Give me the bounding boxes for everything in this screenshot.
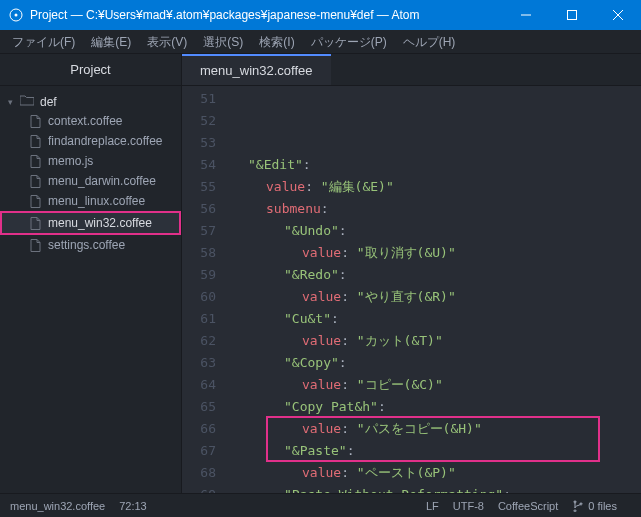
- file-context-coffee[interactable]: context.coffee: [0, 111, 181, 131]
- git-files-label: 0 files: [588, 500, 617, 512]
- line-number: 67: [182, 440, 216, 462]
- menu-item-2[interactable]: 表示(V): [139, 30, 195, 54]
- line-number: 62: [182, 330, 216, 352]
- code-line[interactable]: "Cu&t":: [230, 308, 641, 330]
- file-settings-coffee[interactable]: settings.coffee: [0, 235, 181, 255]
- menu-item-6[interactable]: ヘルプ(H): [395, 30, 464, 54]
- file-findandreplace-coffee[interactable]: findandreplace.coffee: [0, 131, 181, 151]
- code-line[interactable]: value: "取り消す(&U)": [230, 242, 641, 264]
- file-label: menu_win32.coffee: [48, 216, 152, 230]
- folder-label: def: [40, 95, 57, 109]
- file-label: menu_linux.coffee: [48, 194, 145, 208]
- project-sidebar: Project ▾ def context.coffeefindandrepla…: [0, 54, 182, 493]
- menu-item-4[interactable]: 検索(I): [251, 30, 302, 54]
- status-line-ending[interactable]: LF: [426, 500, 439, 512]
- code-line[interactable]: value: "やり直す(&R)": [230, 286, 641, 308]
- chevron-down-icon: ▾: [8, 97, 18, 107]
- code-line[interactable]: "Paste Without Reformatting":: [230, 484, 641, 493]
- close-button[interactable]: [595, 0, 641, 30]
- file-label: menu_darwin.coffee: [48, 174, 156, 188]
- file-label: context.coffee: [48, 114, 123, 128]
- line-number: 57: [182, 220, 216, 242]
- titlebar: Project — C:¥Users¥mad¥.atom¥packages¥ja…: [0, 0, 641, 30]
- file-icon: [30, 135, 42, 148]
- code-line[interactable]: value: "カット(&T)": [230, 330, 641, 352]
- line-number: 53: [182, 132, 216, 154]
- line-number: 58: [182, 242, 216, 264]
- line-number: 52: [182, 110, 216, 132]
- code-line[interactable]: value: "ペースト(&P)": [230, 462, 641, 484]
- file-tree: ▾ def context.coffeefindandreplace.coffe…: [0, 86, 181, 255]
- status-encoding[interactable]: UTF-8: [453, 500, 484, 512]
- file-menu_darwin-coffee[interactable]: menu_darwin.coffee: [0, 171, 181, 191]
- line-number: 55: [182, 176, 216, 198]
- tab-bar: menu_win32.coffee: [182, 54, 641, 86]
- maximize-button[interactable]: [549, 0, 595, 30]
- line-gutter: 51525354555657585960616263646566676869: [182, 86, 230, 493]
- file-label: settings.coffee: [48, 238, 125, 252]
- line-number: 69: [182, 484, 216, 493]
- code-line[interactable]: "&Edit":: [230, 154, 641, 176]
- line-number: 54: [182, 154, 216, 176]
- tab-label: menu_win32.coffee: [200, 63, 313, 78]
- window-title: Project — C:¥Users¥mad¥.atom¥packages¥ja…: [30, 8, 503, 22]
- line-number: 65: [182, 396, 216, 418]
- line-number: 51: [182, 88, 216, 110]
- file-label: memo.js: [48, 154, 93, 168]
- menu-item-0[interactable]: ファイル(F): [4, 30, 83, 54]
- file-icon: [30, 239, 42, 252]
- status-cursor-pos[interactable]: 72:13: [119, 500, 147, 512]
- line-number: 56: [182, 198, 216, 220]
- file-menu_win32-coffee[interactable]: menu_win32.coffee: [0, 211, 181, 235]
- line-number: 60: [182, 286, 216, 308]
- file-menu_linux-coffee[interactable]: menu_linux.coffee: [0, 191, 181, 211]
- code-line[interactable]: "&Redo":: [230, 264, 641, 286]
- editor-pane: menu_win32.coffee 5152535455565758596061…: [182, 54, 641, 493]
- code-line[interactable]: "&Undo":: [230, 220, 641, 242]
- atom-app-icon: [8, 7, 24, 23]
- line-number: 59: [182, 264, 216, 286]
- menubar: ファイル(F)編集(E)表示(V)選択(S)検索(I)パッケージ(P)ヘルプ(H…: [0, 30, 641, 54]
- line-number: 66: [182, 418, 216, 440]
- file-icon: [30, 195, 42, 208]
- code-area[interactable]: 51525354555657585960616263646566676869 "…: [182, 86, 641, 493]
- folder-icon: [20, 94, 34, 109]
- code-line[interactable]: value: "編集(&E)": [230, 176, 641, 198]
- menu-item-3[interactable]: 選択(S): [195, 30, 251, 54]
- menu-item-1[interactable]: 編集(E): [83, 30, 139, 54]
- code-line[interactable]: "Copy Pat&h":: [230, 396, 641, 418]
- code-line[interactable]: value: "パスをコピー(&H)": [230, 418, 641, 440]
- code-line[interactable]: "&Copy":: [230, 352, 641, 374]
- file-icon: [30, 217, 42, 230]
- menu-item-5[interactable]: パッケージ(P): [303, 30, 395, 54]
- file-memo-js[interactable]: memo.js: [0, 151, 181, 171]
- file-label: findandreplace.coffee: [48, 134, 163, 148]
- code-line[interactable]: submenu:: [230, 198, 641, 220]
- tab-menu-win32[interactable]: menu_win32.coffee: [182, 54, 331, 85]
- status-git[interactable]: 0 files: [572, 500, 617, 512]
- project-panel-header: Project: [0, 54, 181, 86]
- line-number: 63: [182, 352, 216, 374]
- statusbar: menu_win32.coffee 72:13 LF UTF-8 CoffeeS…: [0, 493, 641, 517]
- svg-rect-3: [568, 11, 577, 20]
- file-icon: [30, 175, 42, 188]
- status-language[interactable]: CoffeeScript: [498, 500, 558, 512]
- line-number: 64: [182, 374, 216, 396]
- code-line[interactable]: "&Paste":: [230, 440, 641, 462]
- svg-point-1: [15, 14, 18, 17]
- status-file[interactable]: menu_win32.coffee: [10, 500, 105, 512]
- line-number: 61: [182, 308, 216, 330]
- code-line[interactable]: value: "コピー(&C)": [230, 374, 641, 396]
- minimize-button[interactable]: [503, 0, 549, 30]
- file-icon: [30, 115, 42, 128]
- git-branch-icon: [572, 500, 584, 512]
- folder-def[interactable]: ▾ def: [0, 92, 181, 111]
- file-icon: [30, 155, 42, 168]
- line-number: 68: [182, 462, 216, 484]
- code-content[interactable]: "&Edit":value: "編集(&E)"submenu:"&Undo":v…: [230, 86, 641, 493]
